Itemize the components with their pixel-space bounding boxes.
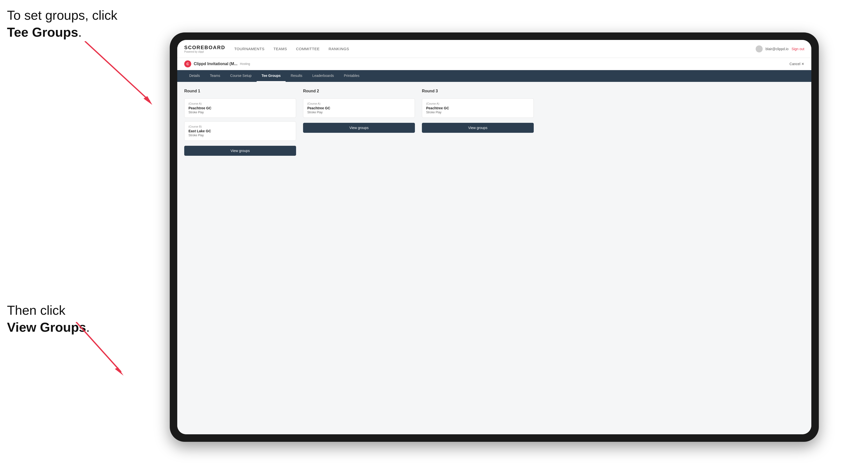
round-3-column: Round 3 (Course A) Peachtree GC Stroke P… xyxy=(422,89,534,156)
round-1-course-b-name: East Lake GC xyxy=(188,129,292,133)
round-3-course-a-label: (Course A) xyxy=(426,102,529,105)
user-email: blair@clippd.io xyxy=(766,47,788,51)
arrow-to-view-groups xyxy=(64,322,129,379)
round-1-course-a-name: Peachtree GC xyxy=(188,106,292,110)
round-2-course-a-label: (Course A) xyxy=(307,102,411,105)
round-3-course-a-name: Peachtree GC xyxy=(426,106,529,110)
round-2-title: Round 2 xyxy=(303,89,415,93)
svg-marker-1 xyxy=(144,96,152,105)
logo-text: SCOREBOARD xyxy=(184,45,225,51)
round-1-course-b-card: (Course B) East Lake GC Stroke Play xyxy=(184,121,296,141)
instruction-top: To set groups, click Tee Groups. xyxy=(7,7,117,41)
tournament-logo: C xyxy=(184,60,191,67)
hosting-badge: Hosting xyxy=(240,62,250,66)
tab-results[interactable]: Results xyxy=(286,70,307,82)
svg-line-0 xyxy=(85,41,150,101)
tournament-title: Clippd Invitational (M... xyxy=(194,62,238,66)
round-3-course-a-card: (Course A) Peachtree GC Stroke Play xyxy=(422,98,534,118)
nav-committee[interactable]: COMMITTEE xyxy=(296,46,320,52)
cancel-button[interactable]: Cancel ✕ xyxy=(789,62,804,66)
round-1-course-a-card: (Course A) Peachtree GC Stroke Play xyxy=(184,98,296,118)
round-1-view-groups-button[interactable]: View groups xyxy=(184,146,296,156)
tournament-name: C Clippd Invitational (M... Hosting xyxy=(184,60,250,67)
instruction-top-line1: To set groups, click xyxy=(7,8,117,23)
round-2-column: Round 2 (Course A) Peachtree GC Stroke P… xyxy=(303,89,415,156)
round-1-course-b-format: Stroke Play xyxy=(188,133,292,137)
round-3-course-a-format: Stroke Play xyxy=(426,111,529,114)
rounds-grid: Round 1 (Course A) Peachtree GC Stroke P… xyxy=(184,89,534,156)
tablet-screen: SCOREBOARD Powered by clippl TOURNAMENTS… xyxy=(177,40,811,434)
nav-links: TOURNAMENTS TEAMS COMMITTEE RANKINGS xyxy=(234,46,755,52)
nav-tournaments[interactable]: TOURNAMENTS xyxy=(234,46,265,52)
round-1-column: Round 1 (Course A) Peachtree GC Stroke P… xyxy=(184,89,296,156)
logo-sub: Powered by clippl xyxy=(184,51,225,53)
round-2-course-a-name: Peachtree GC xyxy=(307,106,411,110)
round-2-course-a-card: (Course A) Peachtree GC Stroke Play xyxy=(303,98,415,118)
instruction-top-punct: . xyxy=(78,25,82,39)
round-2-view-groups-button[interactable]: View groups xyxy=(303,123,415,133)
nav-rankings[interactable]: RANKINGS xyxy=(329,46,349,52)
round-1-title: Round 1 xyxy=(184,89,296,93)
instruction-bottom-line1: Then click xyxy=(7,303,65,317)
round-1-course-a-format: Stroke Play xyxy=(188,111,292,114)
logo-area: SCOREBOARD Powered by clippl xyxy=(184,45,225,53)
arrow-to-tee-groups xyxy=(72,41,157,106)
main-content: Round 1 (Course A) Peachtree GC Stroke P… xyxy=(177,82,811,434)
tab-course-setup[interactable]: Course Setup xyxy=(225,70,257,82)
user-avatar xyxy=(756,45,763,53)
tab-teams[interactable]: Teams xyxy=(205,70,225,82)
nav-right: blair@clippd.io Sign out xyxy=(756,45,804,53)
round-3-view-groups-button[interactable]: View groups xyxy=(422,123,534,133)
tablet-device: SCOREBOARD Powered by clippl TOURNAMENTS… xyxy=(170,32,819,442)
tab-details[interactable]: Details xyxy=(184,70,205,82)
round-1-course-b-label: (Course B) xyxy=(188,125,292,128)
svg-line-2 xyxy=(76,322,121,372)
sub-nav: Details Teams Course Setup Tee Groups Re… xyxy=(177,70,811,82)
svg-marker-3 xyxy=(115,367,124,376)
instruction-top-bold: Tee Groups xyxy=(7,25,78,39)
tab-tee-groups[interactable]: Tee Groups xyxy=(257,70,286,82)
logo-scoreboard: SCOREBOARD xyxy=(184,45,225,50)
nav-teams[interactable]: TEAMS xyxy=(274,46,287,52)
round-2-course-a-format: Stroke Play xyxy=(307,111,411,114)
navbar: SCOREBOARD Powered by clippl TOURNAMENTS… xyxy=(177,40,811,58)
round-1-course-a-label: (Course A) xyxy=(188,102,292,105)
tab-leaderboards[interactable]: Leaderboards xyxy=(307,70,339,82)
tab-printables[interactable]: Printables xyxy=(339,70,365,82)
round-3-title: Round 3 xyxy=(422,89,534,93)
sign-out-link[interactable]: Sign out xyxy=(792,47,804,51)
tournament-bar: C Clippd Invitational (M... Hosting Canc… xyxy=(177,58,811,70)
